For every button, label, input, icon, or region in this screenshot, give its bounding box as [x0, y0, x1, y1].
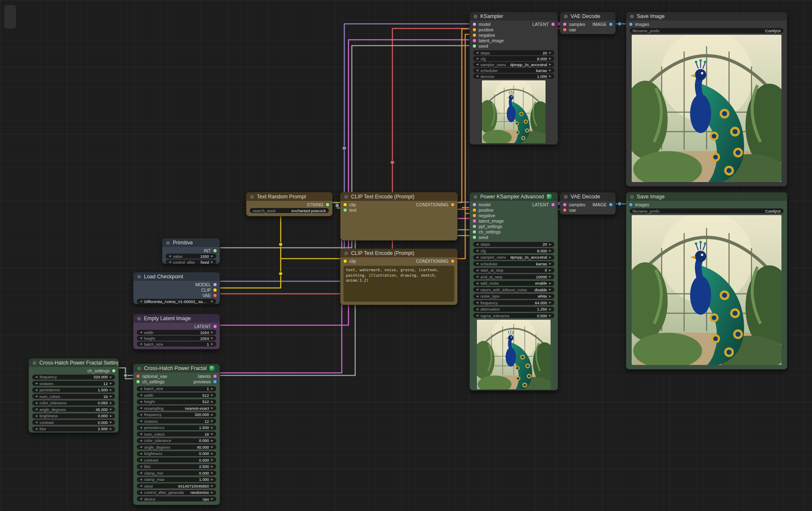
widget-row[interactable]: ◀frequency320.000▶ [32, 375, 115, 380]
widget-row[interactable]: ◀blur2.500▶ [137, 464, 216, 469]
increment-arrow-icon[interactable]: ▶ [110, 388, 112, 392]
increment-arrow-icon[interactable]: ▶ [211, 419, 213, 423]
widget-row[interactable]: ◀devicecpu▶ [137, 496, 216, 501]
increment-arrow-icon[interactable]: ▶ [110, 408, 112, 411]
decrement-arrow-icon[interactable]: ◀ [140, 484, 142, 488]
widget-row[interactable]: ◀cfg8.000▶ [473, 248, 554, 253]
collapse-dot-icon[interactable] [33, 361, 36, 365]
decrement-arrow-icon[interactable]: ◀ [476, 282, 478, 285]
increment-arrow-icon[interactable]: ▶ [211, 484, 213, 488]
input-slot[interactable]: seed [470, 234, 558, 240]
decrement-arrow-icon[interactable]: ◀ [140, 331, 142, 334]
decrement-arrow-icon[interactable]: ◀ [476, 243, 478, 246]
widget-row[interactable]: ◀resamplingnearest-exact▶ [137, 406, 216, 411]
node-vae-decode-1[interactable]: VAE Decode samples vae IMAGE [560, 12, 616, 34]
widget-row[interactable]: ◀value1550▶ [166, 254, 216, 259]
collapse-dot-icon[interactable] [564, 195, 568, 199]
increment-arrow-icon[interactable]: ▶ [211, 426, 213, 429]
widget-row[interactable]: ◀return_with_leftover_noisedisable▶ [473, 287, 554, 292]
widget-row[interactable]: ◀cfg8.000▶ [473, 56, 554, 61]
increment-arrow-icon[interactable]: ▶ [211, 342, 213, 346]
widget-row[interactable]: ◀clamp_max1.000▶ [137, 477, 216, 482]
decrement-arrow-icon[interactable]: ◀ [140, 426, 142, 429]
decrement-arrow-icon[interactable]: ◀ [35, 414, 37, 418]
increment-arrow-icon[interactable]: ▶ [549, 282, 551, 285]
increment-arrow-icon[interactable]: ▶ [211, 400, 213, 403]
output-slot[interactable]: ch_settings [85, 368, 118, 373]
output-slot[interactable]: CLIP [192, 287, 220, 293]
decrement-arrow-icon[interactable]: ◀ [140, 497, 142, 501]
decrement-arrow-icon[interactable]: ◀ [169, 260, 171, 264]
increment-arrow-icon[interactable]: ▶ [211, 300, 213, 303]
decrement-arrow-icon[interactable]: ◀ [140, 393, 142, 397]
decrement-arrow-icon[interactable]: ◀ [35, 382, 37, 385]
output-slot[interactable]: INT [201, 248, 220, 253]
output-slot[interactable]: IMAGE [589, 21, 615, 27]
decrement-arrow-icon[interactable]: ◀ [476, 295, 478, 298]
widget-row[interactable]: filename_prefixComfyUI [630, 28, 784, 33]
collapse-dot-icon[interactable] [250, 195, 254, 199]
increment-arrow-icon[interactable]: ▶ [549, 295, 551, 298]
increment-arrow-icon[interactable]: ▶ [211, 331, 213, 334]
output-slot[interactable]: MODEL [192, 282, 220, 287]
increment-arrow-icon[interactable]: ▶ [549, 256, 551, 259]
decrement-arrow-icon[interactable]: ◀ [476, 256, 478, 259]
decrement-arrow-icon[interactable]: ◀ [476, 63, 478, 66]
decrement-arrow-icon[interactable]: ◀ [140, 471, 142, 475]
decrement-arrow-icon[interactable]: ◀ [35, 427, 37, 431]
increment-arrow-icon[interactable]: ▶ [549, 275, 551, 278]
decrement-arrow-icon[interactable]: ◀ [35, 401, 37, 405]
node-title-bar[interactable]: VAE Decode [560, 193, 615, 201]
decrement-arrow-icon[interactable]: ◀ [476, 262, 478, 265]
widget-row[interactable]: ◀steps20▶ [473, 50, 554, 55]
decrement-arrow-icon[interactable]: ◀ [476, 51, 478, 54]
widget-row[interactable]: ◀clamp_min0.000▶ [137, 470, 216, 475]
decrement-arrow-icon[interactable]: ◀ [140, 400, 142, 403]
widget-row[interactable]: ◀batch_size1▶ [137, 386, 216, 391]
collapse-dot-icon[interactable] [137, 275, 141, 279]
increment-arrow-icon[interactable]: ▶ [549, 243, 551, 246]
input-slot[interactable]: latent_image [470, 38, 558, 43]
ckpt-name-combo[interactable]: ◀Differentia_Anime_V1-00003_.safetensors… [137, 299, 216, 304]
increment-arrow-icon[interactable]: ▶ [110, 421, 112, 424]
node-vae-decode-2[interactable]: VAE Decode samples vae IMAGE [560, 192, 616, 215]
increment-arrow-icon[interactable]: ▶ [549, 308, 551, 311]
increment-arrow-icon[interactable]: ▶ [549, 74, 551, 78]
widget-row[interactable]: ◀color_tolerance0.050▶ [137, 438, 216, 443]
widget-row[interactable]: ◀octaves12▶ [137, 419, 216, 424]
decrement-arrow-icon[interactable]: ◀ [476, 57, 478, 60]
widget-row[interactable]: ◀height512▶ [137, 399, 216, 404]
collapse-dot-icon[interactable] [137, 317, 141, 321]
collapse-dot-icon[interactable] [344, 195, 348, 199]
decrement-arrow-icon[interactable]: ◀ [476, 314, 478, 317]
input-slot[interactable]: positive [470, 207, 558, 213]
node-title-bar[interactable]: Text Random Prompt [246, 193, 332, 201]
increment-arrow-icon[interactable]: ▶ [211, 465, 213, 468]
increment-arrow-icon[interactable]: ▶ [211, 336, 213, 340]
widget-row[interactable]: ◀schedulerkarras▶ [473, 261, 554, 266]
increment-arrow-icon[interactable]: ▶ [211, 254, 213, 258]
decrement-arrow-icon[interactable]: ◀ [140, 439, 142, 442]
node-title-bar[interactable]: Cross-Hatch Power Fractal [133, 364, 220, 372]
graph-canvas[interactable]: KSampler model positive negative latent_… [0, 0, 812, 511]
node-cross-hatch-settings[interactable]: Cross-Hatch Power Fractal Settings ch_se… [28, 358, 119, 433]
node-save-image-2[interactable]: Save Image images filename_prefixComfyUI [626, 192, 787, 370]
widget-row[interactable]: ◀noise_typewhite▶ [473, 294, 554, 299]
widget-row[interactable]: ◀control_after_generatefixed▶ [166, 259, 216, 264]
widget-row[interactable]: ◀contrast0.000▶ [32, 420, 115, 425]
decrement-arrow-icon[interactable]: ◀ [140, 406, 142, 410]
output-slot[interactable]: CONDITIONING [413, 202, 457, 207]
widget-row[interactable]: ◀num_colors16▶ [137, 431, 216, 437]
widget-row[interactable]: ◀end_at_step10000▶ [473, 274, 554, 279]
node-title-bar[interactable]: VAE Decode [560, 12, 615, 21]
output-slot[interactable]: LATENT [530, 202, 558, 207]
input-slot[interactable]: vae [560, 207, 615, 213]
decrement-arrow-icon[interactable]: ◀ [140, 336, 142, 340]
output-slot[interactable]: previews [191, 379, 220, 384]
input-slot[interactable]: images [626, 202, 787, 207]
decrement-arrow-icon[interactable]: ◀ [140, 432, 142, 436]
widget-row[interactable]: ◀denoise1.000▶ [473, 74, 554, 79]
widget-row[interactable]: ◀width1024▶ [137, 330, 216, 335]
increment-arrow-icon[interactable]: ▶ [110, 395, 112, 398]
decrement-arrow-icon[interactable]: ◀ [140, 342, 142, 346]
